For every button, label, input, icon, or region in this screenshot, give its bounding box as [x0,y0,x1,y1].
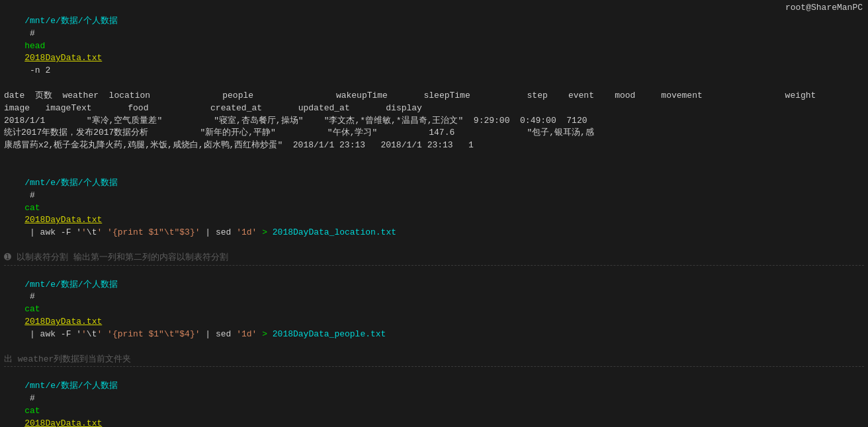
prompt-path: /mnt/e/数据/个人数据 [24,16,117,26]
comment-2: 出 weather列数据到当前文件夹 [4,354,864,368]
command-line-head: /mnt/e/数据/个人数据 # head 2018DayData.txt -n… [4,3,864,90]
output-data-1: 2018/1/1 "寒冷,空气质量差" "寝室,杏岛餐厅,操场" "李文杰,*曾… [4,115,864,128]
prompt-hash: # [24,28,40,38]
cmd-wakeuptime: /mnt/e/数据/个人数据 # cat 2018DayData.txt | a… [4,368,864,427]
comment-1: ➊ 以制表符分割 输出第一列和第二列的内容以制表符分割 [4,252,864,266]
head-filename: 2018DayData.txt [24,53,102,63]
terminal: root@ShareManPC /mnt/e/数据/个人数据 # head 20… [0,0,868,427]
head-flag: -n 2 [24,65,50,75]
output-header-2: image imageText food created_at updated_… [4,102,864,115]
blank-line-1 [4,152,864,165]
cmd-people: /mnt/e/数据/个人数据 # cat 2018DayData.txt | a… [4,266,864,354]
cmd-location: /mnt/e/数据/个人数据 # cat 2018DayData.txt | a… [4,165,864,252]
output-data-3: 康感冒药x2,栀子金花丸降火药,鸡腿,米饭,咸烧白,卤水鸭,西红柿炒蛋" 201… [4,139,864,152]
hostname-label: root@ShareManPC [785,3,863,13]
prompt-1: /mnt/e/数据/个人数据 [24,178,117,188]
output-data-2: 统计2017年数据，发布2017数据分析 "新年的开心,平静" "午休,学习" … [4,127,864,139]
output-header-1: date 页数 weather location people wakeupTi… [4,90,864,102]
cmd-head: head [24,41,50,51]
